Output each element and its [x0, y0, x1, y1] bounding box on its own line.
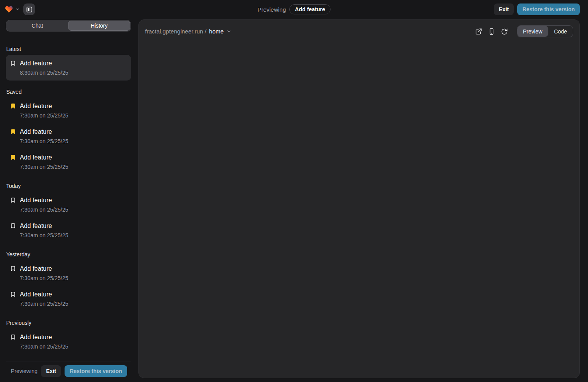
sidebar-footer: Previewing Exit Restore this version: [6, 361, 131, 377]
bookmark-outline-icon: [10, 291, 16, 297]
history-list: Latest Add feature 8:30am on 25/25/25 Sa…: [6, 39, 131, 358]
tab-chat[interactable]: Chat: [7, 21, 68, 31]
bookmark-filled-icon: [10, 103, 16, 109]
panel-left-icon: [26, 6, 33, 13]
restore-version-button[interactable]: Restore this version: [517, 4, 580, 15]
version-name-badge: Add feature: [289, 4, 331, 14]
history-sidebar: Chat History Latest Add feature 8:30am o…: [6, 20, 131, 382]
section-title-saved: Saved: [6, 89, 131, 95]
history-item-timestamp: 7:30am on 25/25/25: [20, 112, 68, 119]
bookmark-outline-icon: [10, 223, 16, 229]
history-item[interactable]: Add feature 8:30am on 25/25/25: [6, 55, 131, 81]
preview-toolbar: fractal.gptengineer.run / home Preview C…: [139, 20, 579, 42]
preview-panel: fractal.gptengineer.run / home Preview C…: [138, 19, 580, 378]
sidebar-tab-switcher: Chat History: [6, 20, 131, 32]
previewing-status-label: Previewing: [11, 368, 37, 374]
chevron-down-icon: [226, 29, 231, 34]
url-selector[interactable]: fractal.gptengineer.run / home: [145, 28, 231, 35]
preview-viewport: [139, 42, 579, 377]
history-item[interactable]: Add feature 7:30am on 25/25/25: [6, 217, 131, 243]
tab-preview[interactable]: Preview: [517, 26, 548, 37]
bookmark-outline-icon: [10, 266, 16, 272]
section-title-yesterday: Yesterday: [6, 251, 131, 258]
heart-logo-icon: [5, 5, 13, 14]
bookmark-filled-icon: [10, 129, 16, 135]
history-item[interactable]: Add feature 7:30am on 25/25/25: [6, 123, 131, 149]
history-item-title: Add feature: [20, 127, 68, 136]
exit-button[interactable]: Exit: [494, 4, 514, 15]
history-item-timestamp: 7:30am on 25/25/25: [20, 300, 68, 308]
restore-version-button[interactable]: Restore this version: [65, 365, 127, 377]
history-item[interactable]: Add feature 7:30am on 25/25/25: [6, 98, 131, 123]
history-item-title: Add feature: [20, 333, 68, 342]
history-item-timestamp: 7:30am on 25/25/25: [20, 206, 68, 214]
history-item-timestamp: 8:30am on 25/25/25: [20, 69, 68, 77]
history-item-timestamp: 7:30am on 25/25/25: [20, 343, 68, 350]
top-bar: Previewing Add feature Exit Restore this…: [0, 0, 588, 19]
history-item-title: Add feature: [20, 153, 68, 162]
open-in-new-tab-icon[interactable]: [475, 28, 482, 35]
tab-history[interactable]: History: [68, 21, 130, 31]
mobile-preview-icon[interactable]: [488, 28, 495, 35]
url-host: fractal.gptengineer.run /: [145, 28, 206, 35]
history-item[interactable]: Add feature 7:30am on 25/25/25: [6, 149, 131, 175]
history-item[interactable]: Add feature 7:30am on 25/25/25: [6, 329, 131, 354]
refresh-icon[interactable]: [501, 28, 508, 35]
bookmark-filled-icon: [10, 154, 16, 160]
view-mode-switcher: Preview Code: [517, 25, 573, 37]
history-item[interactable]: Add feature 7:30am on 25/25/25: [6, 260, 131, 286]
url-page: home: [209, 28, 224, 35]
history-item-timestamp: 7:30am on 25/25/25: [20, 163, 68, 171]
bookmark-outline-icon: [10, 60, 16, 66]
app-logo-menu[interactable]: [5, 5, 20, 14]
history-item-timestamp: 7:30am on 25/25/25: [20, 137, 68, 145]
bookmark-outline-icon: [10, 334, 16, 340]
sidebar-toggle-button[interactable]: [23, 4, 35, 15]
section-title-previously: Previously: [6, 320, 131, 326]
tab-code[interactable]: Code: [548, 26, 573, 37]
history-item-title: Add feature: [20, 102, 68, 110]
history-item[interactable]: Add feature 7:30am on 25/25/25: [6, 354, 131, 358]
history-item-title: Add feature: [20, 290, 68, 299]
history-item[interactable]: Add feature 7:30am on 25/25/25: [6, 192, 131, 217]
history-item-title: Add feature: [20, 59, 68, 68]
section-title-latest: Latest: [6, 46, 131, 52]
previewing-status-label: Previewing: [257, 6, 286, 13]
chevron-down-icon: [15, 7, 20, 12]
bookmark-outline-icon: [10, 197, 16, 203]
history-item-title: Add feature: [20, 196, 68, 205]
history-item-title: Add feature: [20, 264, 68, 273]
section-title-today: Today: [6, 183, 131, 189]
exit-button[interactable]: Exit: [41, 365, 61, 377]
history-item-timestamp: 7:30am on 25/25/25: [20, 231, 68, 239]
history-item-title: Add feature: [20, 221, 68, 230]
history-item[interactable]: Add feature 7:30am on 25/25/25: [6, 286, 131, 312]
history-item-timestamp: 7:30am on 25/25/25: [20, 274, 68, 282]
